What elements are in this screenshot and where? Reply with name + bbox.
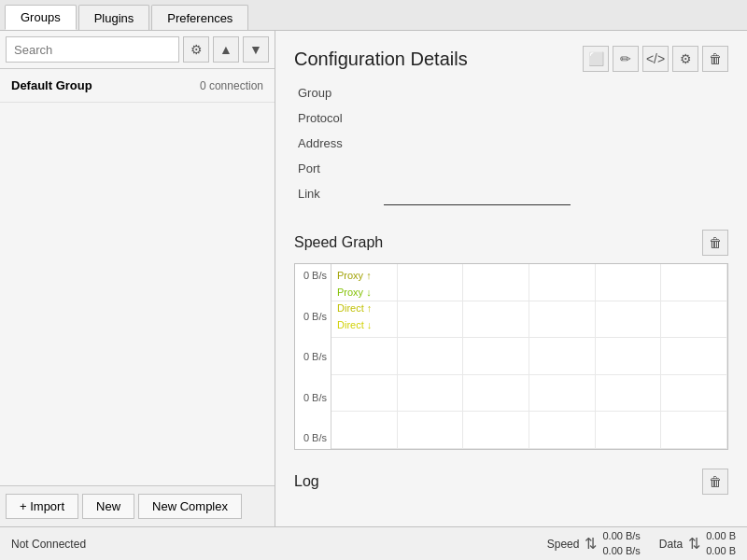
legend-direct-up: Direct ↑ bbox=[337, 301, 372, 317]
legend-direct-down-label: Direct ↓ bbox=[337, 317, 372, 334]
speed-metric: Speed ⇅ 0.00 B/s 0.00 B/s bbox=[547, 529, 641, 558]
field-value-port bbox=[384, 159, 725, 178]
tab-groups[interactable]: Groups bbox=[5, 5, 77, 30]
speed-label: Speed bbox=[547, 538, 580, 551]
legend-direct-up-label: Direct ↑ bbox=[337, 301, 372, 317]
speed-values: 0.00 B/s 0.00 B/s bbox=[602, 529, 640, 558]
config-window-button[interactable]: ⬜ bbox=[583, 46, 609, 72]
y-label-1: 0 B/s bbox=[299, 311, 327, 322]
config-code-button[interactable]: </> bbox=[642, 46, 669, 72]
y-label-2: 0 B/s bbox=[299, 351, 327, 362]
config-trash-button[interactable]: 🗑 bbox=[702, 46, 728, 72]
config-gear-button[interactable]: ⚙ bbox=[672, 46, 698, 72]
data-up: 0.00 B bbox=[706, 529, 736, 543]
config-edit-button[interactable]: ✏ bbox=[613, 46, 639, 72]
field-label-group: Group bbox=[298, 83, 373, 103]
graph-inner: 0 B/s 0 B/s 0 B/s 0 B/s 0 B/s Proxy ↑ Pr bbox=[295, 264, 727, 449]
log-header: Log 🗑 bbox=[294, 469, 728, 495]
y-label-4: 0 B/s bbox=[299, 432, 327, 443]
bottom-buttons: + Import New New Complex bbox=[0, 485, 275, 526]
config-section: Configuration Details ⬜ ✏ </> ⚙ 🗑 Group … bbox=[275, 31, 747, 222]
field-label-link: Link bbox=[298, 184, 373, 211]
log-title: Log bbox=[294, 473, 319, 490]
group-name: Default Group bbox=[11, 78, 92, 92]
y-label-0: 0 B/s bbox=[299, 270, 327, 281]
config-title: Configuration Details bbox=[294, 49, 468, 70]
tab-bar: Groups Plugins Preferences bbox=[0, 0, 747, 31]
connection-status: Not Connected bbox=[11, 538, 86, 551]
status-right: Speed ⇅ 0.00 B/s 0.00 B/s Data ⇅ 0.00 B … bbox=[547, 529, 736, 558]
legend-proxy-up: Proxy ↑ bbox=[337, 268, 372, 285]
speed-icon: ⇅ bbox=[585, 535, 597, 553]
field-value-link bbox=[384, 184, 725, 211]
field-label-protocol: Protocol bbox=[298, 108, 373, 128]
legend-proxy-down: Proxy ↓ bbox=[337, 285, 372, 301]
field-value-group bbox=[384, 83, 725, 103]
tab-preferences[interactable]: Preferences bbox=[151, 5, 248, 30]
data-metric: Data ⇅ 0.00 B 0.00 B bbox=[659, 529, 736, 558]
search-settings-button[interactable]: ⚙ bbox=[183, 36, 209, 63]
link-underline bbox=[384, 187, 571, 205]
new-button[interactable]: New bbox=[82, 494, 134, 519]
field-label-address: Address bbox=[298, 133, 373, 153]
graph-trash-button[interactable]: 🗑 bbox=[702, 230, 728, 256]
config-fields: Group Protocol Address Port Link bbox=[294, 83, 728, 211]
data-label: Data bbox=[659, 538, 683, 551]
group-list: Default Group 0 connection bbox=[0, 69, 275, 485]
data-down: 0.00 B bbox=[706, 544, 736, 558]
list-item[interactable]: Default Group 0 connection bbox=[0, 69, 275, 103]
config-actions: ⬜ ✏ </> ⚙ 🗑 bbox=[583, 46, 728, 72]
log-section: Log 🗑 bbox=[275, 461, 747, 498]
config-header: Configuration Details ⬜ ✏ </> ⚙ 🗑 bbox=[294, 46, 728, 72]
search-bar: ⚙ ▲ ▼ bbox=[0, 31, 275, 69]
new-complex-button[interactable]: New Complex bbox=[138, 494, 242, 519]
field-value-protocol bbox=[384, 108, 725, 128]
data-icon: ⇅ bbox=[688, 535, 700, 553]
field-label-port: Port bbox=[298, 159, 373, 178]
search-up-button[interactable]: ▲ bbox=[213, 36, 239, 63]
group-count: 0 connection bbox=[200, 79, 263, 92]
field-value-address bbox=[384, 133, 725, 153]
left-panel: ⚙ ▲ ▼ Default Group 0 connection + Impor… bbox=[0, 31, 275, 526]
speed-down: 0.00 B/s bbox=[602, 544, 640, 558]
legend-proxy-down-label: Proxy ↓ bbox=[337, 285, 372, 301]
log-trash-button[interactable]: 🗑 bbox=[702, 469, 728, 495]
graph-section: Speed Graph 🗑 0 B/s 0 B/s 0 B/s 0 B/s 0 … bbox=[275, 222, 747, 461]
speed-up: 0.00 B/s bbox=[602, 529, 640, 543]
graph-legend: Proxy ↑ Proxy ↓ Direct ↑ Direct ↓ bbox=[337, 268, 372, 333]
import-button[interactable]: + Import bbox=[6, 494, 78, 519]
graph-y-axis: 0 B/s 0 B/s 0 B/s 0 B/s 0 B/s bbox=[295, 264, 331, 449]
legend-direct-down: Direct ↓ bbox=[337, 317, 372, 334]
graph-container: 0 B/s 0 B/s 0 B/s 0 B/s 0 B/s Proxy ↑ Pr bbox=[294, 263, 728, 450]
graph-header: Speed Graph 🗑 bbox=[294, 230, 728, 256]
tab-plugins[interactable]: Plugins bbox=[78, 5, 150, 30]
search-down-button[interactable]: ▼ bbox=[243, 36, 269, 63]
status-bar: Not Connected Speed ⇅ 0.00 B/s 0.00 B/s … bbox=[0, 526, 747, 560]
main-content: ⚙ ▲ ▼ Default Group 0 connection + Impor… bbox=[0, 31, 747, 526]
graph-area: Proxy ↑ Proxy ↓ Direct ↑ Direct ↓ bbox=[331, 264, 727, 449]
legend-proxy-up-label: Proxy ↑ bbox=[337, 268, 372, 285]
search-input[interactable] bbox=[6, 36, 179, 63]
graph-title: Speed Graph bbox=[294, 234, 383, 251]
data-values: 0.00 B 0.00 B bbox=[706, 529, 736, 558]
right-panel: Configuration Details ⬜ ✏ </> ⚙ 🗑 Group … bbox=[275, 31, 747, 526]
y-label-3: 0 B/s bbox=[299, 392, 327, 403]
